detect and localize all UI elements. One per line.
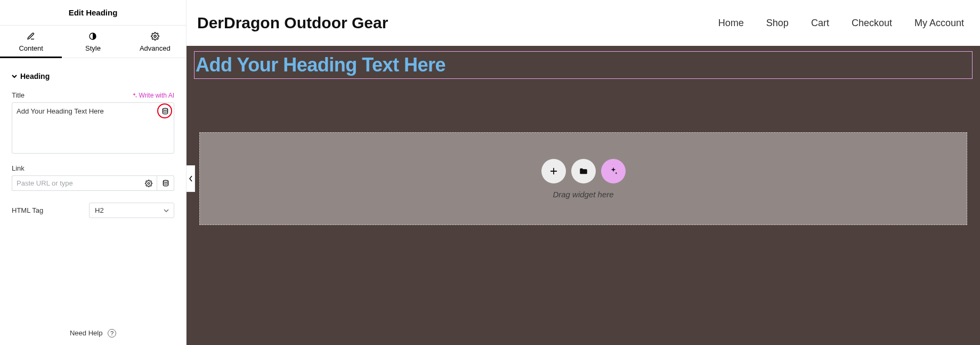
htmltag-label: HTML Tag bbox=[12, 206, 43, 214]
folder-icon bbox=[579, 166, 588, 176]
caret-down-icon bbox=[12, 72, 17, 81]
svg-point-3 bbox=[148, 182, 150, 184]
write-with-ai-label: Write with AI bbox=[139, 92, 174, 99]
site-header: DerDragon Outdoor Gear Home Shop Cart Ch… bbox=[187, 0, 980, 46]
help-icon: ? bbox=[108, 329, 116, 338]
nav-cart[interactable]: Cart bbox=[811, 18, 829, 29]
tab-style-label: Style bbox=[85, 44, 101, 52]
link-row bbox=[12, 175, 174, 191]
site-brand[interactable]: DerDragon Outdoor Gear bbox=[197, 14, 388, 32]
svg-point-1 bbox=[154, 35, 156, 37]
section-heading: Heading Title Write with AI Link bbox=[0, 58, 186, 227]
preview-canvas: DerDragon Outdoor Gear Home Shop Cart Ch… bbox=[187, 0, 980, 345]
drop-zone[interactable]: Drag widget here bbox=[199, 132, 967, 225]
nav-home[interactable]: Home bbox=[718, 18, 744, 29]
write-with-ai-link[interactable]: Write with AI bbox=[131, 92, 174, 99]
add-widget-button[interactable] bbox=[541, 159, 566, 183]
site-nav: Home Shop Cart Checkout My Account bbox=[718, 18, 964, 29]
nav-account[interactable]: My Account bbox=[914, 18, 964, 29]
title-textarea-wrap bbox=[12, 102, 174, 156]
chevron-left-icon bbox=[189, 175, 193, 182]
heading-widget[interactable]: Add Your Heading Text Here bbox=[194, 51, 973, 79]
contrast-icon bbox=[88, 32, 97, 42]
dynamic-tags-button[interactable] bbox=[159, 106, 171, 117]
drop-actions bbox=[541, 159, 626, 183]
tab-advanced[interactable]: Advanced bbox=[124, 26, 186, 58]
sidebar-footer: Need Help ? bbox=[0, 322, 186, 345]
svg-point-4 bbox=[163, 180, 168, 182]
gear-icon bbox=[145, 180, 152, 187]
editor-tabs: Content Style Advanced bbox=[0, 26, 186, 58]
sparkle-icon bbox=[131, 92, 137, 99]
htmltag-row: HTML Tag H2 bbox=[12, 203, 174, 218]
nav-checkout[interactable]: Checkout bbox=[852, 18, 892, 29]
link-input[interactable] bbox=[12, 175, 140, 191]
template-library-button[interactable] bbox=[571, 159, 596, 183]
heading-text: Add Your Heading Text Here bbox=[196, 54, 971, 76]
title-label: Title bbox=[12, 91, 25, 99]
ai-button[interactable] bbox=[601, 159, 626, 183]
section-heading-title: Heading bbox=[20, 72, 50, 81]
svg-point-2 bbox=[163, 108, 167, 110]
sidebar-header: Edit Heading bbox=[0, 0, 186, 26]
sidebar-collapse-handle[interactable] bbox=[187, 165, 195, 192]
section-heading-header[interactable]: Heading bbox=[12, 67, 174, 86]
tab-advanced-label: Advanced bbox=[140, 44, 171, 52]
title-input[interactable] bbox=[12, 102, 174, 154]
database-icon bbox=[162, 180, 169, 187]
link-label: Link bbox=[12, 164, 174, 172]
pencil-icon bbox=[27, 32, 35, 42]
title-row: Title Write with AI bbox=[12, 91, 174, 99]
link-options-button[interactable] bbox=[140, 175, 157, 191]
gear-icon bbox=[151, 32, 159, 42]
tab-content[interactable]: Content bbox=[0, 26, 62, 58]
nav-shop[interactable]: Shop bbox=[766, 18, 789, 29]
database-icon bbox=[161, 108, 169, 115]
editor-sidebar: Edit Heading Content Style Advanced bbox=[0, 0, 187, 345]
drag-hint: Drag widget here bbox=[553, 190, 613, 199]
plus-icon bbox=[549, 166, 558, 176]
htmltag-select[interactable]: H2 bbox=[89, 203, 174, 218]
link-dynamic-button[interactable] bbox=[157, 175, 174, 191]
tab-style[interactable]: Style bbox=[62, 26, 124, 58]
tab-content-label: Content bbox=[19, 44, 43, 52]
need-help-link[interactable]: Need Help ? bbox=[70, 329, 116, 338]
sidebar-header-title: Edit Heading bbox=[69, 8, 118, 17]
sparkle-icon bbox=[609, 166, 618, 176]
